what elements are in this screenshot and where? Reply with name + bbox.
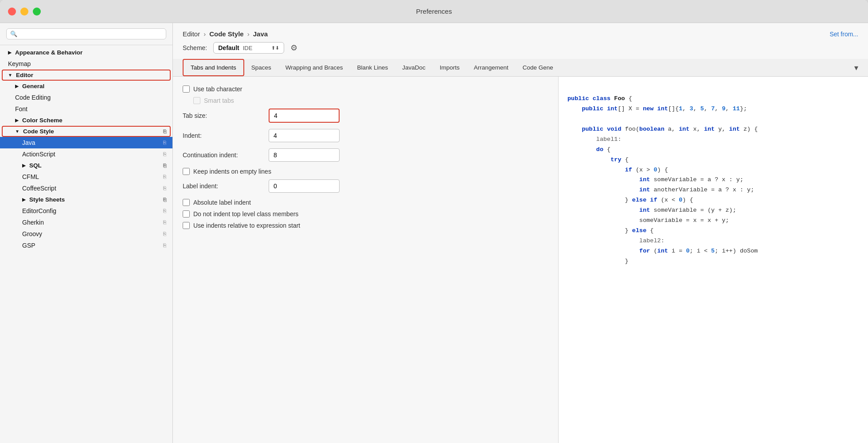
sidebar-item-code-editing[interactable]: Code Editing xyxy=(0,92,172,103)
tab-imports[interactable]: Imports xyxy=(433,60,467,75)
tab-code-gene[interactable]: Code Gene xyxy=(516,60,560,75)
sidebar-item-gsp[interactable]: GSP ⎘ xyxy=(0,240,172,251)
search-input-wrap[interactable]: 🔍 xyxy=(6,28,166,39)
indent-row: Indent: xyxy=(183,129,548,142)
sidebar-item-font[interactable]: Font xyxy=(0,103,172,115)
arrow-right-icon: ▶ xyxy=(15,118,19,123)
breadcrumb-sep-1: › xyxy=(203,30,206,38)
arrow-down-icon: ▼ xyxy=(15,129,20,134)
sidebar-item-label: Code Style xyxy=(23,128,54,135)
sidebar-item-style-sheets[interactable]: ▶ Style Sheets ⎘ xyxy=(0,194,172,205)
tab-wrapping-and-braces[interactable]: Wrapping and Braces xyxy=(278,60,350,75)
sidebar-item-color-scheme[interactable]: ▶ Color Scheme xyxy=(0,115,172,126)
scheme-row: Scheme: Default IDE ⬆⬇ ⚙ xyxy=(173,40,868,59)
scheme-label: Scheme: xyxy=(183,44,207,51)
sidebar-item-label: Appearance & Behavior xyxy=(15,49,82,56)
window-controls xyxy=(8,8,41,16)
sidebar-item-label: CFML xyxy=(22,173,39,180)
use-indents-relative-checkbox[interactable] xyxy=(183,222,190,229)
copy-icon: ⎘ xyxy=(163,219,166,225)
arrow-right-icon: ▶ xyxy=(22,163,26,168)
tab-size-input[interactable] xyxy=(269,109,340,123)
use-indents-relative-row: Use indents relative to expression start xyxy=(183,222,548,229)
search-icon: 🔍 xyxy=(10,31,17,37)
use-tab-character-checkbox[interactable] xyxy=(183,85,190,93)
smart-tabs-checkbox[interactable] xyxy=(193,97,200,104)
minimize-button[interactable] xyxy=(20,8,28,16)
code-preview: public class Foo { public int[] X = new … xyxy=(559,77,868,443)
sidebar-item-code-style[interactable]: ▼ Code Style ⎘ xyxy=(0,126,172,137)
do-not-indent-row: Do not indent top level class members xyxy=(183,210,548,218)
sidebar-item-label: Java xyxy=(22,139,35,146)
label-indent-label: Label indent: xyxy=(183,183,262,190)
sidebar-item-label: GSP xyxy=(22,242,35,249)
indent-input[interactable] xyxy=(269,129,340,142)
arrow-down-icon: ▼ xyxy=(8,73,12,78)
sidebar-item-groovy[interactable]: Groovy ⎘ xyxy=(0,228,172,240)
sidebar-item-coffeescript[interactable]: CoffeeScript ⎘ xyxy=(0,183,172,194)
absolute-label-indent-checkbox[interactable] xyxy=(183,199,190,206)
set-from-link[interactable]: Set from... xyxy=(829,31,858,38)
tab-size-row: Tab size: xyxy=(183,109,548,123)
breadcrumb-sep-2: › xyxy=(247,30,250,38)
sidebar-item-label: Keymap xyxy=(8,60,31,67)
sidebar-item-label: Color Scheme xyxy=(22,117,63,124)
sidebar-item-sql[interactable]: ▶ SQL ⎘ xyxy=(0,160,172,171)
tab-arrangement[interactable]: Arrangement xyxy=(467,60,516,75)
tab-dropdown-button[interactable]: ▾ xyxy=(854,63,858,73)
tab-javadoc[interactable]: JavaDoc xyxy=(395,60,433,75)
tab-spaces[interactable]: Spaces xyxy=(244,60,278,75)
window-title: Preferences xyxy=(416,8,452,15)
label-indent-input[interactable] xyxy=(269,179,340,193)
use-tab-character-label: Use tab character xyxy=(183,85,242,93)
sidebar-item-general[interactable]: ▶ General xyxy=(0,81,172,92)
continuation-indent-input[interactable] xyxy=(269,148,340,162)
search-input[interactable] xyxy=(20,31,162,37)
indent-label: Indent: xyxy=(183,132,262,139)
tabs-bar: Tabs and Indents Spaces Wrapping and Bra… xyxy=(173,59,868,77)
copy-icon: ⎘ xyxy=(163,140,166,146)
keep-indents-label: Keep indents on empty lines xyxy=(183,168,271,175)
preferences-window: Preferences 🔍 ▶ Appearance & Behavior Ke xyxy=(0,0,868,443)
close-button[interactable] xyxy=(8,8,16,16)
sidebar-item-label: Gherkin xyxy=(22,219,44,226)
sidebar-item-appearance-behavior[interactable]: ▶ Appearance & Behavior xyxy=(0,47,172,58)
copy-icon: ⎘ xyxy=(163,128,166,135)
editor-item-wrap: ▼ Editor xyxy=(0,70,172,81)
titlebar: Preferences xyxy=(0,0,868,23)
arrow-right-icon: ▶ xyxy=(15,84,19,89)
sidebar-item-label: ActionScript xyxy=(22,151,55,158)
arrow-right-icon: ▶ xyxy=(8,50,12,55)
sidebar-item-label: Editor xyxy=(16,72,33,78)
copy-icon: ⎘ xyxy=(163,174,166,180)
copy-icon: ⎘ xyxy=(163,197,166,203)
breadcrumb-row: Editor › Code Style › Java Set from... xyxy=(173,23,868,40)
sidebar-item-label: SQL xyxy=(29,162,42,169)
copy-icon: ⎘ xyxy=(163,231,166,237)
breadcrumb-java: Java xyxy=(253,30,268,38)
sidebar-item-label: Style Sheets xyxy=(29,196,65,203)
sidebar-item-editor[interactable]: ▼ Editor xyxy=(0,70,172,81)
absolute-label-indent-row: Absolute label indent xyxy=(183,199,548,206)
sidebar-item-label: General xyxy=(22,83,44,89)
scheme-select[interactable]: Default IDE ⬆⬇ xyxy=(213,42,284,54)
sidebar-item-actionscript[interactable]: ActionScript ⎘ xyxy=(0,148,172,160)
breadcrumb-code-style: Code Style xyxy=(209,30,244,38)
tab-size-label: Tab size: xyxy=(183,112,262,119)
gear-button[interactable]: ⚙ xyxy=(290,43,297,53)
sidebar-item-gherkin[interactable]: Gherkin ⎘ xyxy=(0,217,172,228)
tab-blank-lines[interactable]: Blank Lines xyxy=(350,60,395,75)
use-indents-relative-label: Use indents relative to expression start xyxy=(183,222,300,229)
maximize-button[interactable] xyxy=(33,8,41,16)
sidebar-item-label: Code Editing xyxy=(15,94,51,101)
keep-indents-checkbox[interactable] xyxy=(183,168,190,175)
tab-tabs-and-indents[interactable]: Tabs and Indents xyxy=(183,59,244,76)
sidebar-item-keymap[interactable]: Keymap xyxy=(0,58,172,70)
sidebar-item-label: Groovy xyxy=(22,230,42,237)
content-split: Use tab character Smart tabs Tab size: xyxy=(173,77,868,443)
sidebar-item-cfml[interactable]: CFML ⎘ xyxy=(0,171,172,183)
do-not-indent-checkbox[interactable] xyxy=(183,210,190,218)
sidebar-item-label: CoffeeScript xyxy=(22,185,56,192)
sidebar-item-editorconfig[interactable]: EditorConfig ⎘ xyxy=(0,205,172,217)
sidebar-item-java[interactable]: Java ⎘ xyxy=(0,137,172,148)
